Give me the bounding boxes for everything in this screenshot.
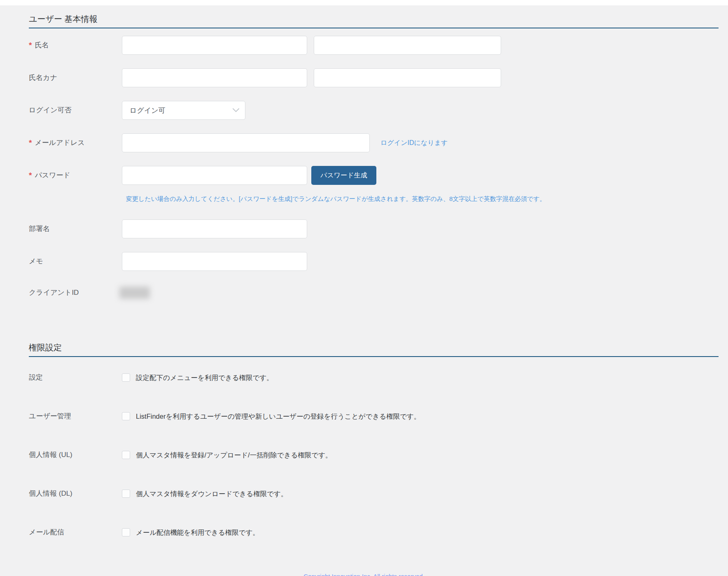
permission-description: 個人マスタ情報を登録/アップロード/一括削除できる権限です。 [136,450,332,460]
permission-label: ユーザー管理 [29,408,122,424]
generate-password-button[interactable]: パスワード生成 [311,166,376,185]
memo-label: メモ [29,252,43,271]
permission-row-personal-info-ul: 個人情報 (UL) 個人マスタ情報を登録/アップロード/一括削除できる権限です。 [29,447,719,463]
copyright-text: Copyright Innovation Inc. All rights res… [303,573,424,576]
form-content: ユーザー 基本情報 * 氏名 氏名カナ [0,5,728,576]
name-kana-label: 氏名カナ [29,68,57,87]
password-input[interactable] [122,166,307,185]
name-kana-label-wrap: 氏名カナ [29,68,122,87]
section-title-basic-info: ユーザー 基本情報 [29,14,719,28]
email-input[interactable] [122,133,370,152]
login-allowed-row: ログイン可否 ログイン可 [29,101,719,120]
name-fields [122,36,719,55]
settings-permission-checkbox[interactable] [122,373,130,382]
email-note: ログインIDになります [380,139,448,147]
name-kana-second-input[interactable] [314,68,501,87]
email-field-wrap: ログインIDになります [122,133,719,152]
permission-description: 設定配下のメニューを利用できる権限です。 [136,372,273,383]
password-label: パスワード [35,166,70,185]
permission-row-user-management: ユーザー管理 ListFinderを利用するユーザーの管理や新しいユーザーの登録… [29,408,719,424]
email-label-wrap: * メールアドレス [29,133,122,152]
department-label: 部署名 [29,219,50,238]
user-form-page: ユーザー 基本情報 * 氏名 氏名カナ [0,5,728,576]
name-kana-first-input[interactable] [122,68,307,87]
password-input-line: パスワード生成 [122,166,719,185]
permission-label: 個人情報 (DL) [29,485,122,502]
department-label-wrap: 部署名 [29,219,122,238]
client-id-label: クライアントID [29,285,79,301]
name-kana-row: 氏名カナ [29,68,719,87]
name-second-input[interactable] [314,36,501,55]
copyright-footer: Copyright Innovation Inc. All rights res… [0,573,728,576]
permission-row-settings: 設定 設定配下のメニューを利用できる権限です。 [29,369,719,386]
name-label-wrap: * 氏名 [29,36,122,55]
mail-delivery-permission-checkbox[interactable] [122,528,130,536]
password-hint: 変更したい場合のみ入力してください。[パスワードを生成]でランダムなパスワードが… [122,195,719,203]
name-row: * 氏名 [29,36,719,55]
email-label: メールアドレス [35,133,84,152]
basic-info-form: * 氏名 氏名カナ ログイン可否 [29,36,719,301]
login-allowed-field: ログイン可 [122,101,719,120]
login-allowed-select[interactable]: ログイン可 [122,101,245,120]
memo-label-wrap: メモ [29,252,122,271]
personal-info-download-permission-checkbox[interactable] [122,490,130,498]
department-row: 部署名 [29,219,719,238]
chevron-down-icon [233,108,239,112]
permission-description: ListFinderを利用するユーザーの管理や新しいユーザーの登録を行うことがで… [136,411,420,422]
memo-field-wrap [122,252,719,271]
user-management-permission-checkbox[interactable] [122,412,130,420]
permissions-form: 設定 設定配下のメニューを利用できる権限です。 ユーザー管理 ListFinde… [29,369,719,541]
required-asterisk: * [29,166,32,185]
department-input[interactable] [122,219,307,238]
client-id-label-wrap: クライアントID [29,285,122,301]
section-title-permissions: 権限設定 [29,342,719,357]
required-asterisk: * [29,133,32,152]
name-kana-fields [122,68,719,87]
memo-input[interactable] [122,252,307,271]
permission-label: 個人情報 (UL) [29,447,122,463]
login-allowed-selected-value: ログイン可 [130,106,166,115]
client-id-redacted-value [119,287,150,299]
permission-label: 設定 [29,369,122,386]
name-first-input[interactable] [122,36,307,55]
password-row: * パスワード パスワード生成 変更したい場合のみ入力してください。[パスワード… [29,166,719,203]
password-field-wrap: パスワード生成 変更したい場合のみ入力してください。[パスワードを生成]でランダ… [122,166,719,203]
password-label-wrap: * パスワード [29,166,122,185]
client-id-row: クライアントID [29,285,719,301]
permission-description: メール配信機能を利用できる権限です。 [136,527,259,538]
client-id-field-wrap [122,287,719,299]
login-allowed-label: ログイン可否 [29,101,72,120]
memo-row: メモ [29,252,719,271]
permission-label: メール配信 [29,524,122,541]
name-label: 氏名 [35,36,49,55]
permission-row-mail-delivery: メール配信 メール配信機能を利用できる権限です。 [29,524,719,541]
required-asterisk: * [29,36,32,55]
personal-info-upload-permission-checkbox[interactable] [122,451,130,459]
permission-row-personal-info-dl: 個人情報 (DL) 個人マスタ情報をダウンロードできる権限です。 [29,485,719,502]
permission-description: 個人マスタ情報をダウンロードできる権限です。 [136,488,287,499]
login-allowed-label-wrap: ログイン可否 [29,101,122,120]
department-field-wrap [122,219,719,238]
email-row: * メールアドレス ログインIDになります [29,133,719,152]
